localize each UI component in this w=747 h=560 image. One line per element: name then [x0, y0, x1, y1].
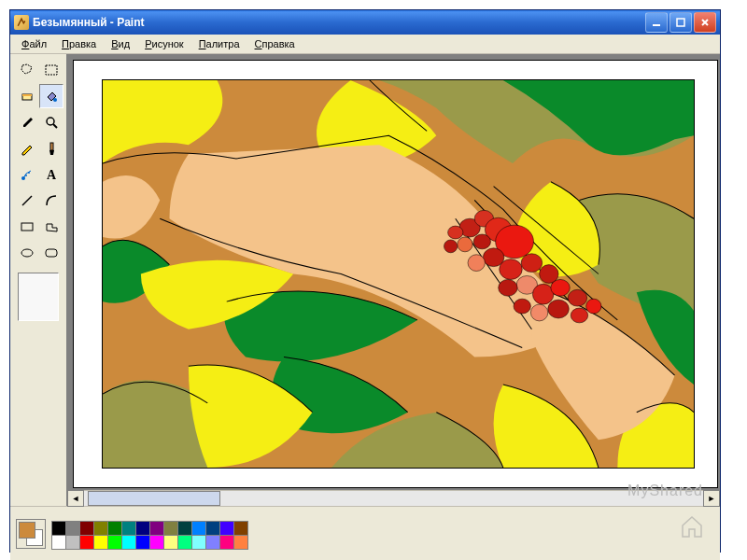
scroll-thumb[interactable] [88, 491, 220, 506]
color-swatch[interactable] [149, 535, 164, 550]
body-area: A [10, 54, 720, 506]
rectangle-icon[interactable] [15, 215, 39, 239]
svg-point-40 [444, 240, 458, 253]
svg-point-37 [571, 308, 587, 323]
paint-window: Безымянный - Paint ФайлПравкаВидРисунокП… [9, 9, 721, 553]
ellipse-icon[interactable] [15, 241, 39, 265]
menu-bar: ФайлПравкаВидРисунокПалитраСправка [10, 35, 720, 54]
magnifier-icon[interactable] [39, 110, 63, 134]
svg-rect-2 [46, 65, 57, 75]
svg-rect-0 [653, 24, 660, 26]
curve-icon[interactable] [39, 189, 63, 213]
color-swatch[interactable] [219, 535, 234, 550]
svg-point-31 [532, 284, 553, 304]
canvas-scroll[interactable] [67, 54, 720, 490]
color-swatch[interactable] [219, 521, 234, 536]
svg-text:A: A [47, 168, 57, 182]
scroll-left-button[interactable]: ◄ [67, 490, 84, 507]
color-bar [10, 506, 720, 560]
color-swatch[interactable] [107, 521, 122, 536]
color-swatch[interactable] [233, 521, 248, 536]
rounded-rect-icon[interactable] [39, 241, 63, 265]
color-swatch[interactable] [51, 535, 66, 550]
scroll-track[interactable] [84, 491, 703, 506]
color-swatch[interactable] [93, 535, 108, 550]
home-icon[interactable] [679, 514, 705, 539]
text-icon[interactable]: A [39, 162, 63, 187]
svg-rect-1 [677, 19, 684, 26]
close-button[interactable] [694, 12, 716, 33]
fill-icon[interactable] [39, 84, 63, 108]
watermark: MyShared [627, 483, 703, 499]
svg-point-11 [28, 172, 30, 174]
color-swatch[interactable] [121, 535, 136, 550]
title-bar[interactable]: Безымянный - Paint [10, 10, 720, 35]
svg-point-36 [514, 299, 530, 314]
window-title: Безымянный - Paint [33, 16, 645, 29]
menu-вид[interactable]: Вид [104, 36, 137, 51]
eraser-icon[interactable] [15, 84, 39, 108]
svg-rect-8 [50, 143, 53, 150]
svg-rect-14 [21, 223, 33, 231]
free-select-icon[interactable] [15, 58, 39, 82]
menu-правка[interactable]: Правка [54, 36, 104, 51]
svg-point-21 [473, 234, 490, 249]
color-swatch[interactable] [163, 535, 178, 550]
svg-point-32 [551, 279, 570, 296]
canvas-sheet[interactable] [73, 60, 718, 488]
horizontal-scrollbar[interactable]: ◄ ► [67, 490, 720, 506]
svg-point-22 [458, 237, 472, 252]
color-swatch[interactable] [107, 535, 122, 550]
menu-рисунок[interactable]: Рисунок [137, 36, 191, 51]
polygon-icon[interactable] [39, 215, 63, 239]
airbrush-icon[interactable] [15, 162, 39, 187]
svg-rect-16 [46, 249, 57, 257]
color-swatch[interactable] [65, 521, 80, 536]
color-swatch[interactable] [135, 521, 150, 536]
color-swatch[interactable] [79, 521, 94, 536]
color-swatch[interactable] [93, 521, 108, 536]
svg-point-30 [499, 279, 517, 296]
svg-point-33 [568, 289, 586, 306]
color-swatch[interactable] [177, 535, 192, 550]
color-swatch[interactable] [233, 535, 248, 550]
color-swatch[interactable] [177, 521, 192, 536]
color-swatch[interactable] [205, 535, 220, 550]
app-icon [14, 15, 29, 30]
window-controls [645, 12, 716, 33]
menu-файл[interactable]: Файл [14, 36, 54, 51]
foreground-color[interactable] [19, 522, 35, 539]
color-swatch[interactable] [51, 521, 66, 536]
color-swatch[interactable] [65, 535, 80, 550]
svg-point-35 [530, 304, 547, 321]
scroll-right-button[interactable]: ► [703, 490, 720, 507]
minimize-button[interactable] [645, 12, 668, 33]
svg-line-13 [22, 196, 32, 205]
color-swatch[interactable] [163, 521, 178, 536]
eyedropper-icon[interactable] [15, 110, 39, 134]
pencil-icon[interactable] [15, 136, 39, 161]
color-swatch[interactable] [121, 521, 136, 536]
svg-point-25 [468, 255, 485, 272]
color-swatch[interactable] [205, 521, 220, 536]
fg-bg-colors[interactable] [16, 519, 46, 549]
svg-point-26 [500, 259, 523, 280]
color-palette [51, 521, 247, 548]
line-icon[interactable] [15, 189, 39, 213]
color-swatch[interactable] [191, 535, 206, 550]
maximize-button[interactable] [669, 12, 692, 33]
color-swatch[interactable] [79, 535, 94, 550]
menu-палитра[interactable]: Палитра [191, 36, 247, 51]
color-swatch[interactable] [191, 521, 206, 536]
menu-справка[interactable]: Справка [247, 36, 303, 51]
svg-point-10 [25, 175, 27, 176]
svg-point-15 [21, 249, 33, 257]
brush-icon[interactable] [39, 136, 63, 161]
svg-point-27 [521, 254, 542, 273]
svg-point-9 [21, 176, 25, 180]
canvas-zone: ◄ ► [66, 54, 720, 506]
tool-options[interactable] [18, 273, 59, 321]
rect-select-icon[interactable] [39, 58, 63, 82]
color-swatch[interactable] [149, 521, 164, 536]
color-swatch[interactable] [135, 535, 150, 550]
